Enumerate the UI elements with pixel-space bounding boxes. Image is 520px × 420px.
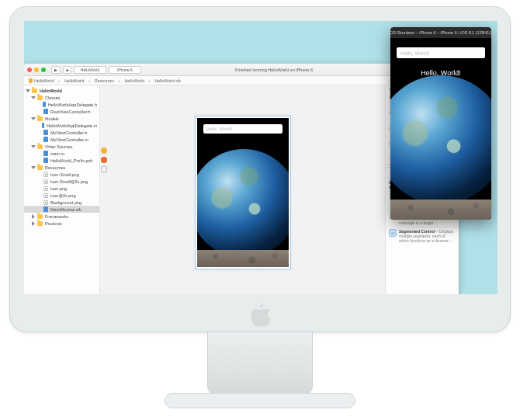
- scheme-name: HelloWorld: [81, 68, 99, 72]
- stop-button[interactable]: ■: [63, 66, 71, 74]
- ios-simulator-window: iOS Simulator – iPhone 6 – iPhone 6 / iO…: [390, 27, 491, 220]
- source-file-icon: [43, 109, 48, 114]
- navigator-row[interactable]: Icon-Small@2x.png: [24, 178, 99, 185]
- folder-icon: [37, 221, 43, 226]
- source-file-icon: [42, 123, 44, 128]
- library-item-text: Segmented Control – Displays multiple se…: [399, 229, 456, 243]
- navigator-label: Models: [45, 116, 59, 121]
- disclosure-triangle-icon[interactable]: [26, 89, 30, 92]
- source-file-icon: [43, 102, 46, 107]
- simulator-screen[interactable]: Hello, World! Hello, World!: [390, 38, 491, 220]
- image-file-icon: [43, 172, 48, 177]
- navigator-row[interactable]: main.m: [24, 150, 99, 157]
- text-field[interactable]: Hello, World!: [203, 124, 283, 134]
- activity-title: Finished running HelloWorld on iPhone 6: [144, 68, 404, 72]
- navigator-label: Resources: [45, 165, 65, 170]
- apple-logo-icon: [251, 304, 271, 327]
- text-field[interactable]: Hello, World!: [397, 47, 485, 58]
- view-icon[interactable]: ▢: [101, 166, 107, 172]
- navigator-row[interactable]: Products: [24, 220, 99, 227]
- document-outline-strip: ▢: [100, 85, 108, 294]
- image-file-icon: [43, 186, 48, 191]
- minimize-icon[interactable]: [34, 68, 39, 72]
- folder-icon: [37, 144, 43, 149]
- navigator-row[interactable]: Classes: [24, 94, 99, 101]
- navigator-row[interactable]: Resources: [24, 164, 99, 171]
- source-file-icon: [43, 137, 48, 142]
- window-controls[interactable]: [27, 68, 46, 72]
- jump-bar-segment[interactable]: Resources: [95, 78, 114, 83]
- navigator-row[interactable]: RootViewController.h: [24, 108, 99, 115]
- ib-view[interactable]: Hello, World!: [197, 118, 289, 267]
- close-icon[interactable]: [27, 68, 32, 72]
- simulator-titlebar: iOS Simulator – iPhone 6 – iPhone 6 / iO…: [390, 27, 491, 38]
- jump-bar-segment[interactable]: HelloWorld.xib: [155, 78, 181, 83]
- interface-builder-canvas[interactable]: ▢ Hello, World!: [100, 85, 385, 294]
- navigator-label: MyViewController.m: [50, 137, 88, 142]
- navigator-row[interactable]: MainWindow.xib: [24, 206, 99, 213]
- navigator-label: Background.png: [50, 200, 81, 205]
- navigator-label: Products: [45, 221, 62, 226]
- imac-screen: ▶ ■ HelloWorld iPhone 6 Finished running…: [24, 21, 497, 294]
- moon-surface: [197, 250, 289, 267]
- destination-selector[interactable]: iPhone 6: [109, 66, 141, 74]
- scheme-selector[interactable]: HelloWorld: [74, 66, 106, 74]
- jump-bar-segment[interactable]: HelloWorld: [125, 78, 144, 83]
- disclosure-triangle-icon[interactable]: [32, 214, 35, 219]
- navigator-row[interactable]: Background.png: [24, 199, 99, 206]
- navigator-label: Icon.png: [50, 186, 67, 191]
- navigator-label: MyViewController.h: [50, 130, 87, 135]
- navigator-row[interactable]: Icon-Small.png: [24, 171, 99, 178]
- navigator-label: Classes: [45, 95, 61, 100]
- imac-bezel: ▶ ■ HelloWorld iPhone 6 Finished running…: [9, 6, 511, 332]
- navigator-row[interactable]: Other Sources: [24, 143, 99, 150]
- project-navigator[interactable]: HelloWorldClassesHelloWorldAppDelegate.h…: [24, 85, 100, 294]
- run-button[interactable]: ▶: [51, 66, 61, 74]
- library-item[interactable]: ▭Segmented Control – Displays multiple s…: [386, 227, 459, 245]
- disclosure-triangle-icon[interactable]: [31, 117, 36, 120]
- ib-device-frame[interactable]: Hello, World!: [195, 116, 291, 269]
- destination-name: iPhone 6: [117, 68, 133, 72]
- disclosure-triangle-icon[interactable]: [32, 221, 35, 226]
- disclosure-triangle-icon[interactable]: [31, 145, 36, 148]
- navigator-label: HelloWorld_Prefix.pch: [50, 158, 92, 163]
- project-icon: [29, 78, 33, 83]
- navigator-label: RootViewController.h: [50, 109, 91, 114]
- navigator-row[interactable]: MyViewController.h: [24, 129, 99, 136]
- jump-bar-segment[interactable]: HelloWorld: [29, 78, 54, 83]
- navigator-row[interactable]: Frameworks: [24, 213, 99, 220]
- navigator-label: Icon-Small@2x.png: [50, 179, 88, 184]
- folder-icon: [37, 165, 43, 170]
- imac-foot: [165, 393, 355, 408]
- navigator-row[interactable]: Icon@2x.png: [24, 192, 99, 199]
- navigator-row[interactable]: HelloWorld: [24, 87, 99, 94]
- first-responder-icon[interactable]: [101, 157, 107, 163]
- disclosure-triangle-icon[interactable]: [31, 166, 36, 169]
- navigator-row[interactable]: HelloWorld_Prefix.pch: [24, 157, 99, 164]
- disclosure-triangle-icon[interactable]: [31, 96, 36, 99]
- navigator-label: HelloWorldAppDelegate.m: [47, 123, 97, 128]
- source-file-icon: [43, 130, 48, 135]
- folder-icon: [37, 116, 43, 121]
- moon-surface: [390, 200, 491, 220]
- navigator-row[interactable]: Models: [24, 115, 99, 122]
- folder-icon: [37, 95, 43, 100]
- source-file-icon: [43, 151, 48, 156]
- file-owner-icon[interactable]: [101, 148, 107, 154]
- navigator-label: MainWindow.xib: [50, 207, 81, 212]
- navigator-row[interactable]: Icon.png: [24, 185, 99, 192]
- image-file-icon: [43, 200, 48, 205]
- image-file-icon: [43, 193, 48, 198]
- navigator-label: HelloWorldAppDelegate.h: [48, 102, 97, 107]
- navigator-row[interactable]: HelloWorldAppDelegate.h: [24, 101, 99, 108]
- jump-bar-segment[interactable]: HelloWorld: [64, 78, 84, 83]
- navigator-label: Other Sources: [45, 144, 72, 149]
- zoom-icon[interactable]: [41, 68, 46, 72]
- folder-icon: [32, 89, 37, 93]
- library-item-icon: ▭: [389, 229, 397, 237]
- navigator-row[interactable]: MyViewController.m: [24, 136, 99, 143]
- imac-stand: [207, 332, 313, 394]
- earth-image: [390, 75, 491, 204]
- navigator-row[interactable]: HelloWorldAppDelegate.m: [24, 122, 99, 129]
- navigator-label: Icon-Small.png: [50, 172, 79, 177]
